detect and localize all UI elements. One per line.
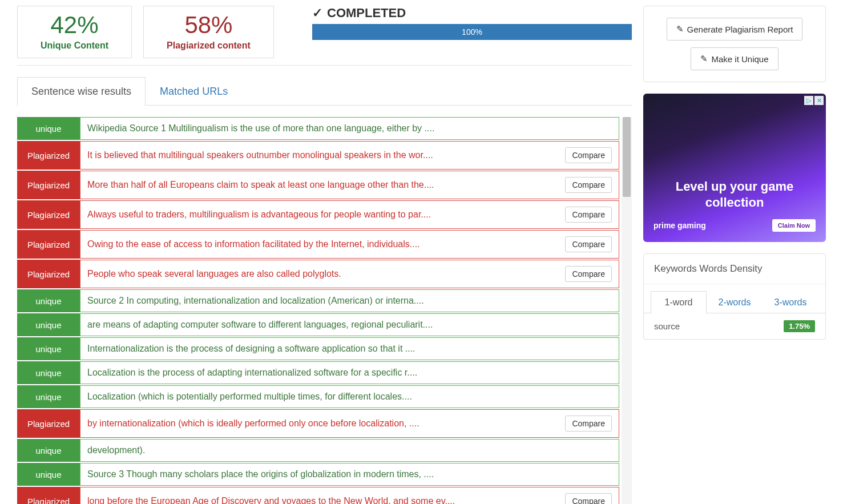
plagiarized-percent: 58% bbox=[167, 13, 251, 37]
ad-banner[interactable]: ▷ ✕ Level up your game collection prime … bbox=[643, 94, 826, 242]
make-unique-label: Make it Unique bbox=[711, 54, 768, 64]
generate-report-label: Generate Plagiarism Report bbox=[687, 25, 793, 34]
sentence-cell[interactable]: Wikipedia Source 1 Multilingualism is th… bbox=[80, 117, 619, 140]
pencil-icon bbox=[676, 24, 684, 34]
ad-close-icon[interactable]: ✕ bbox=[814, 96, 824, 105]
sentence-text: Localization is the process of adapting … bbox=[87, 368, 612, 378]
keyword-tab-2words[interactable]: 2-words bbox=[707, 291, 763, 313]
sentence-text: Internationalization is the process of d… bbox=[87, 344, 612, 354]
status-badge: Plagiarized bbox=[17, 171, 80, 199]
keyword-word: source bbox=[654, 321, 680, 331]
compare-button[interactable]: Compare bbox=[565, 177, 612, 193]
sentence-cell[interactable]: by internationalization (which is ideall… bbox=[80, 409, 619, 438]
sentence-text: Wikipedia Source 1 Multilingualism is th… bbox=[87, 123, 612, 134]
status-badge: Plagiarized bbox=[17, 141, 80, 170]
sentence-text: development). bbox=[87, 445, 612, 455]
compare-button[interactable]: Compare bbox=[565, 416, 612, 432]
actions-card: Generate Plagiarism Report Make it Uniqu… bbox=[643, 6, 826, 82]
compare-button[interactable]: Compare bbox=[565, 236, 612, 252]
ad-brand: prime gaming bbox=[654, 221, 706, 230]
sentence-cell[interactable]: Localization (which is potentially perfo… bbox=[80, 385, 619, 408]
result-row: uniqueWikipedia Source 1 Multilingualism… bbox=[17, 117, 619, 140]
stats-header: 42% Unique Content 58% Plagiarized conte… bbox=[17, 6, 632, 66]
pencil-icon bbox=[700, 54, 708, 64]
tab-matched-urls[interactable]: Matched URLs bbox=[146, 77, 242, 106]
ad-claim-button[interactable]: Claim Now bbox=[772, 219, 816, 232]
sentence-cell[interactable]: Localization is the process of adapting … bbox=[80, 361, 619, 384]
keyword-row: source1.75% bbox=[644, 313, 825, 339]
generate-report-button[interactable]: Generate Plagiarism Report bbox=[667, 18, 803, 41]
make-unique-button[interactable]: Make it Unique bbox=[691, 47, 778, 70]
compare-button[interactable]: Compare bbox=[565, 147, 612, 163]
sentence-text: are means of adapting computer software … bbox=[87, 320, 612, 330]
sentence-cell[interactable]: are means of adapting computer software … bbox=[80, 313, 619, 336]
progress-bar: 100% bbox=[312, 24, 632, 40]
sentence-cell[interactable]: Source 2 In computing, internationalizat… bbox=[80, 289, 619, 312]
tab-sentence-results[interactable]: Sentence wise results bbox=[17, 77, 146, 106]
status-badge: unique bbox=[17, 117, 80, 140]
compare-button[interactable]: Compare bbox=[565, 207, 612, 223]
scrollbar-thumb[interactable] bbox=[623, 117, 631, 197]
keyword-tab-1word[interactable]: 1-word bbox=[651, 291, 707, 313]
status-badge: unique bbox=[17, 385, 80, 408]
sentence-cell[interactable]: long before the European Age of Discover… bbox=[80, 487, 619, 504]
sentence-text: Localization (which is potentially perfo… bbox=[87, 392, 612, 402]
result-row: uniquedevelopment). bbox=[17, 439, 619, 462]
result-row: PlagiarizedAlways useful to traders, mul… bbox=[17, 200, 619, 229]
unique-stat-box: 42% Unique Content bbox=[17, 6, 132, 58]
status-badge: Plagiarized bbox=[17, 200, 80, 229]
result-row: PlagiarizedOwing to the ease of access t… bbox=[17, 230, 619, 259]
result-row: uniqueInternationalization is the proces… bbox=[17, 337, 619, 360]
result-tabs: Sentence wise results Matched URLs bbox=[17, 77, 632, 106]
sentence-text: by internationalization (which is ideall… bbox=[87, 418, 559, 429]
result-row: PlagiarizedIt is believed that multiling… bbox=[17, 141, 619, 170]
progress-text: 100% bbox=[462, 27, 482, 37]
result-row: uniqueSource 3 Though many scholars plac… bbox=[17, 463, 619, 486]
sentence-cell[interactable]: development). bbox=[80, 439, 619, 462]
sentence-cell[interactable]: Always useful to traders, multilingualis… bbox=[80, 200, 619, 229]
keywords-title: Keywords Words Density bbox=[644, 254, 825, 284]
result-row: uniqueSource 2 In computing, internation… bbox=[17, 289, 619, 312]
sentence-text: Owing to the ease of access to informati… bbox=[87, 239, 559, 249]
plagiarized-stat-box: 58% Plagiarized content bbox=[143, 6, 274, 58]
compare-button[interactable]: Compare bbox=[565, 266, 612, 282]
result-row: uniqueare means of adapting computer sof… bbox=[17, 313, 619, 336]
scrollbar[interactable] bbox=[622, 117, 632, 504]
sentence-cell[interactable]: People who speak several languages are a… bbox=[80, 260, 619, 288]
sentence-cell[interactable]: Owing to the ease of access to informati… bbox=[80, 230, 619, 259]
result-row: uniqueLocalization (which is potentially… bbox=[17, 385, 619, 408]
status-badge: Plagiarized bbox=[17, 260, 80, 288]
sentence-cell[interactable]: Source 3 Though many scholars place the … bbox=[80, 463, 619, 486]
status-badge: Plagiarized bbox=[17, 409, 80, 438]
check-icon bbox=[312, 6, 322, 21]
completed-area: COMPLETED 100% bbox=[312, 6, 632, 40]
result-row: uniqueLocalization is the process of ada… bbox=[17, 361, 619, 384]
status-badge: Plagiarized bbox=[17, 230, 80, 259]
status-badge: unique bbox=[17, 289, 80, 312]
plagiarized-label: Plagiarized content bbox=[167, 41, 251, 51]
sentence-text: People who speak several languages are a… bbox=[87, 269, 559, 279]
ad-info-icon[interactable]: ▷ bbox=[804, 96, 813, 105]
result-row: PlagiarizedMore than half of all Europea… bbox=[17, 171, 619, 199]
unique-percent: 42% bbox=[41, 13, 108, 37]
completed-label: COMPLETED bbox=[327, 6, 406, 21]
result-row: Plagiarizedlong before the European Age … bbox=[17, 487, 619, 504]
unique-label: Unique Content bbox=[41, 41, 108, 51]
result-row: PlagiarizedPeople who speak several lang… bbox=[17, 260, 619, 288]
sentence-text: long before the European Age of Discover… bbox=[87, 496, 559, 504]
compare-button[interactable]: Compare bbox=[565, 493, 612, 504]
result-row: Plagiarizedby internationalization (whic… bbox=[17, 409, 619, 438]
sentence-text: Source 2 In computing, internationalizat… bbox=[87, 296, 612, 306]
sentence-text: More than half of all Europeans claim to… bbox=[87, 180, 559, 190]
sentence-cell[interactable]: More than half of all Europeans claim to… bbox=[80, 171, 619, 199]
status-badge: Plagiarized bbox=[17, 487, 80, 504]
status-badge: unique bbox=[17, 463, 80, 486]
keyword-tab-3words[interactable]: 3-words bbox=[763, 291, 818, 313]
results-list: uniqueWikipedia Source 1 Multilingualism… bbox=[17, 117, 619, 504]
sentence-text: Source 3 Though many scholars place the … bbox=[87, 469, 612, 479]
status-badge: unique bbox=[17, 361, 80, 384]
status-badge: unique bbox=[17, 337, 80, 360]
sentence-cell[interactable]: It is believed that multilingual speaker… bbox=[80, 141, 619, 170]
status-badge: unique bbox=[17, 313, 80, 336]
sentence-cell[interactable]: Internationalization is the process of d… bbox=[80, 337, 619, 360]
